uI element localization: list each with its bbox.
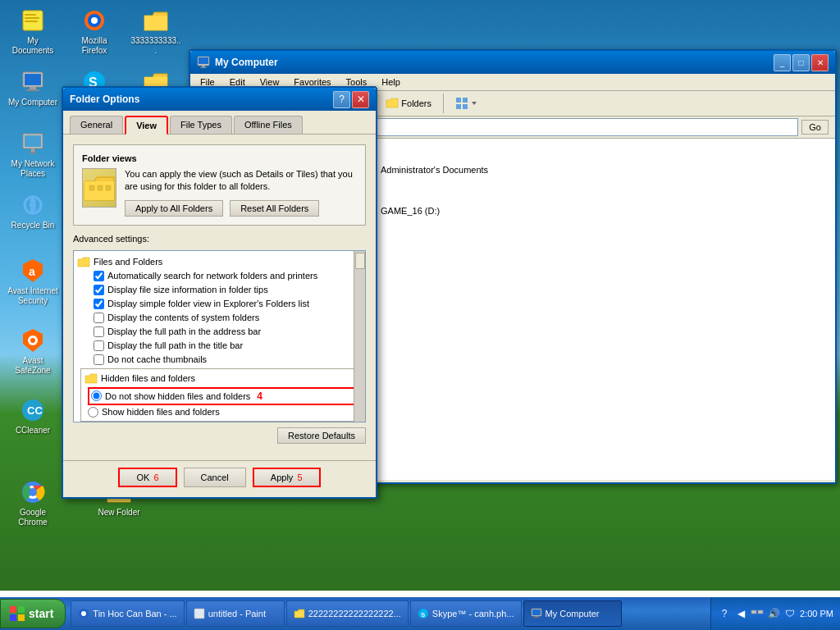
avast-icon: a — [20, 258, 46, 284]
advanced-section-label: Advanced settings: — [73, 234, 366, 244]
minimize-button[interactable]: _ — [774, 54, 791, 71]
taskbar-tray: ? ◀ 🔊 🛡 2:00 PM — [710, 597, 840, 630]
tab-view[interactable]: View — [125, 116, 168, 135]
svg-rect-62 — [89, 185, 94, 190]
tab-general-label: General — [80, 120, 112, 130]
svg-rect-16 — [31, 148, 34, 152]
computer-label: My Computer — [7, 98, 58, 107]
svg-rect-1 — [25, 14, 36, 16]
hidden-folder-label: Hidden files and folders — [101, 373, 195, 383]
desktop-icon-chrome[interactable]: Google Chrome — [4, 476, 62, 531]
taskbar-folder-label: 22222222222222222... — [308, 609, 401, 619]
tree-scrollbar[interactable] — [354, 251, 365, 422]
folder-view-icon — [82, 168, 116, 208]
tree-item-filesize: Display file size information in folder … — [77, 283, 362, 297]
systemfolders-label: Display the contents of system folders — [107, 313, 259, 322]
mozilla-label: Mozilla Firefox — [69, 36, 120, 56]
tray-help-icon[interactable]: ? — [718, 607, 731, 620]
tab-view-label: View — [136, 121, 157, 130]
main-content: Administrator's Documents GAME_16 (D:) — [322, 139, 835, 480]
scrollbar-thumb — [355, 253, 365, 269]
ok-label: OK — [136, 472, 149, 482]
tray-antivirus-icon[interactable]: 🛡 — [783, 607, 797, 620]
dialog-help-button[interactable]: ? — [333, 91, 350, 108]
drive-label: GAME_16 (D:) — [381, 206, 440, 216]
show-hidden-radio[interactable] — [88, 407, 98, 418]
window-title-area: My Computer — [197, 56, 774, 69]
taskbar-mycomputer-label: My Computer — [546, 609, 600, 619]
filesize-checkbox[interactable] — [94, 285, 104, 295]
skype-taskbar-icon: S — [418, 608, 429, 619]
svg-rect-50 — [456, 98, 461, 103]
tray-arrow-left-icon[interactable]: ◀ — [734, 607, 747, 620]
mozilla-icon — [81, 7, 107, 34]
desktop-icon-network[interactable]: My Network Places — [4, 127, 62, 182]
tray-network-icon[interactable] — [751, 607, 764, 620]
folder-view-body: You can apply the view (such as Details … — [82, 168, 357, 217]
restore-defaults-button[interactable]: Restore Defaults — [277, 427, 366, 444]
desktop-icon-recycle[interactable]: Recycle Bin — [4, 189, 62, 234]
views-dropdown-icon — [471, 100, 477, 107]
tray-volume-icon[interactable]: 🔊 — [767, 607, 780, 620]
desktop-icon-computer[interactable]: My Computer — [4, 66, 62, 111]
svg-point-20 — [30, 202, 36, 208]
apply-button[interactable]: Apply 5 — [253, 468, 321, 487]
taskbar-item-folder[interactable]: 22222222222222222... — [286, 600, 409, 627]
ok-button[interactable]: OK 6 — [118, 468, 176, 487]
svg-point-70 — [81, 611, 86, 616]
tab-filetypes[interactable]: File Types — [170, 116, 232, 134]
desktop-icon-my-documents[interactable]: My Documents — [4, 4, 62, 59]
chrome-label: Google Chrome — [7, 508, 58, 527]
maximize-button[interactable]: □ — [792, 54, 810, 71]
tab-offline-label: Offline Files — [244, 120, 292, 130]
tab-offline[interactable]: Offline Files — [234, 116, 303, 134]
go-button[interactable]: Go — [801, 120, 829, 135]
dialog-close-button[interactable]: ✕ — [352, 91, 369, 108]
folders-button[interactable]: Folders — [380, 94, 437, 112]
systemfolders-checkbox[interactable] — [94, 313, 104, 323]
fullpath-title-checkbox[interactable] — [94, 340, 104, 351]
donot-show-label: Do not show hidden files and folders — [105, 391, 250, 401]
window-titlebar: My Computer _ □ ✕ — [190, 51, 835, 74]
chrome-icon — [20, 479, 46, 505]
content-item-docs[interactable]: Administrator's Documents — [338, 155, 819, 185]
taskbar-item-mycomputer[interactable]: My Computer — [523, 600, 622, 627]
tab-general[interactable]: General — [70, 116, 123, 134]
menu-help[interactable]: Help — [378, 75, 404, 89]
docs-label: Administrator's Documents — [381, 165, 488, 175]
fullpath-address-checkbox[interactable] — [94, 326, 104, 337]
content-item-drive[interactable]: GAME_16 (D:) — [338, 194, 819, 227]
new-folder-label: New Folder — [94, 508, 144, 518]
svg-rect-68 — [18, 614, 25, 621]
cancel-button[interactable]: Cancel — [184, 468, 246, 487]
taskbar-item-paint[interactable]: untitled - Paint — [186, 600, 285, 627]
tab-bar: General View File Types Offline Files — [63, 111, 376, 134]
ie-icon — [78, 608, 89, 619]
tree-view[interactable]: Files and Folders Automatically search f… — [73, 250, 366, 422]
desktop-icon-avast[interactable]: a Avast Internet Security — [4, 254, 62, 309]
toolbar-sep3 — [443, 94, 444, 113]
nocache-checkbox[interactable] — [94, 354, 104, 365]
reset-all-folders-button[interactable]: Reset All Folders — [230, 200, 319, 217]
views-button[interactable] — [450, 94, 483, 112]
svg-rect-3 — [25, 21, 38, 22]
desktop-icon-folder1[interactable]: 3333333333... — [127, 4, 185, 59]
taskbar-item-tinhoc[interactable]: Tin Hoc Can Ban - ... — [71, 600, 184, 627]
folders-label: Folders — [401, 98, 431, 108]
simplefolder-checkbox[interactable] — [94, 299, 104, 309]
dialog-content-area: Folder views You can apply the view — [63, 134, 376, 460]
folder-options-dialog: Folder Options ? ✕ General View File Typ… — [62, 86, 377, 499]
folder-view-text-area: You can apply the view (such as Details … — [125, 168, 357, 217]
taskbar-item-skype[interactable]: S Skype™ - canh.ph... — [410, 600, 522, 627]
donot-show-radio[interactable] — [91, 390, 102, 401]
dialog-bottom-buttons: OK 6 Cancel Apply 5 — [63, 460, 376, 497]
computer-taskbar-icon — [531, 608, 542, 619]
close-button[interactable]: ✕ — [811, 54, 829, 71]
start-button[interactable]: start — [0, 599, 66, 628]
dialog-title: Folder Options — [70, 94, 333, 105]
desktop-icon-avast2[interactable]: Avast SafeZone — [4, 324, 62, 379]
desktop-icon-ccleaner[interactable]: CC CCleaner — [4, 394, 62, 439]
apply-all-folders-button[interactable]: Apply to All Folders — [125, 200, 223, 217]
desktop-icon-mozilla[interactable]: Mozilla Firefox — [66, 4, 123, 59]
autosearch-checkbox[interactable] — [94, 271, 104, 281]
